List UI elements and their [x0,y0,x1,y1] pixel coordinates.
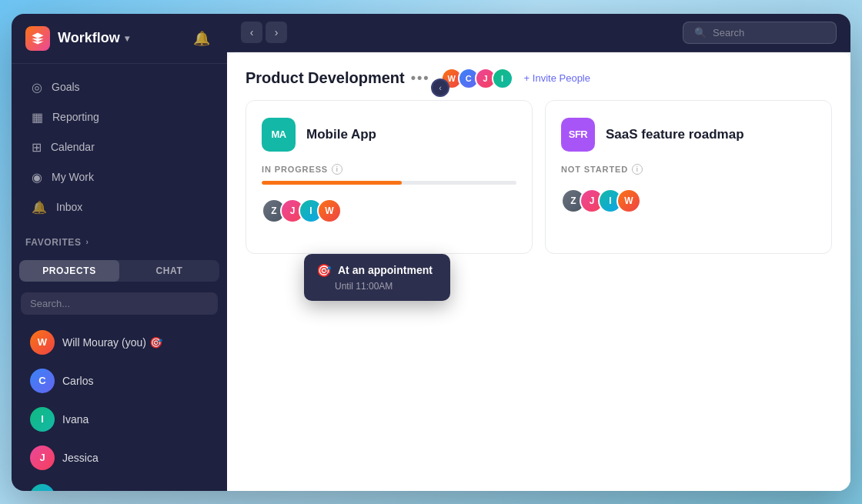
inbox-icon: 🔔 [32,200,47,215]
tooltip-subtitle: Until 11:00AM [316,281,438,292]
progress-bar-bg [262,181,516,185]
project-card-saas[interactable]: SFR SaaS feature roadmap NOT STARTED i Z… [545,100,832,254]
notification-button[interactable]: 🔔 [190,27,213,50]
goals-label: Goals [52,81,80,93]
avatar-jessica: J [30,446,55,470]
people-list: W Will Mouray (you) 🎯 C Carlos I Ivana J… [12,319,227,491]
app-title[interactable]: Workflow ▾ [58,30,129,46]
status-label-saas: NOT STARTED i [561,164,816,175]
card-header-mobile-app: MA Mobile App [262,118,516,152]
status-info-icon: i [332,164,342,175]
header-avatar-4: I [492,68,513,89]
page-header-row: Product Development ••• W C J I + Invite… [246,68,832,89]
app-title-text: Workflow [58,30,120,46]
sidebar-item-mywork[interactable]: ◉ My Work [18,163,221,192]
reporting-label: Reporting [52,111,99,123]
avatar-will: W [30,330,55,355]
card-title-mobile-app: Mobile App [306,127,376,142]
sidebar-item-goals[interactable]: ◎ Goals [18,73,221,102]
sidebar-search-input[interactable] [21,292,218,315]
favorites-chevron-icon: › [86,238,89,246]
status-label-mobile-app: IN PROGRESS i [262,164,516,175]
forward-button[interactable]: › [266,22,287,43]
card-title-saas: SaaS feature roadmap [606,127,744,142]
tooltip: 🎯 At an appointment Until 11:00AM [304,254,450,301]
card-status-saas: NOT STARTED i [561,164,816,175]
card-avatar-saas-4: W [616,189,641,213]
calendar-label: Calendar [51,141,95,153]
sidebar-nav: ◎ Goals ▦ Reporting ⊞ Calendar ◉ My Work… [12,64,227,231]
card-status-mobile-app: IN PROGRESS i [262,164,516,185]
card-avatar-4: W [317,199,342,223]
avatar-carlos: C [30,369,55,393]
project-card-mobile-app[interactable]: MA Mobile App IN PROGRESS i Z [246,100,533,254]
tooltip-title: 🎯 At an appointment [316,263,438,278]
title-chevron-icon: ▾ [125,33,129,44]
mywork-icon: ◉ [32,170,42,185]
reporting-icon: ▦ [32,110,43,125]
person-name-carlos: Carlos [62,375,93,387]
card-icon-mobile-app: MA [262,118,296,152]
person-name-ivana: Ivana [62,413,89,426]
progress-bar-fill [262,181,402,185]
sidebar-collapse-button[interactable]: ‹ [431,78,449,97]
tooltip-container: 🎯 At an appointment Until 11:00AM [304,254,450,301]
inbox-label: Inbox [56,201,82,213]
tab-chat[interactable]: CHAT [119,260,219,282]
avatar-ivana: I [30,407,55,432]
tabs-row: PROJECTS CHAT [19,260,219,282]
page-header: Product Development ••• W C J I + Invite… [246,68,832,89]
person-item-carlos[interactable]: C Carlos [18,362,221,399]
card-icon-saas: SFR [561,118,595,152]
page-title: Product Development ••• [246,69,430,87]
calendar-icon: ⊞ [32,140,42,155]
sidebar-item-inbox[interactable]: 🔔 Inbox [18,193,221,222]
card-avatars-mobile-app: Z J I W [262,199,516,223]
search-icon: 🔍 [694,27,707,38]
person-name-maria: Maria [62,490,89,491]
page-title-text: Product Development [246,69,405,87]
sidebar-item-calendar[interactable]: ⊞ Calendar [18,133,221,162]
status-text-mobile-app: IN PROGRESS [262,165,328,174]
person-item-jessica[interactable]: J Jessica [18,439,221,476]
header-avatars: W C J I [441,68,513,89]
cards-grid: MA Mobile App IN PROGRESS i Z [246,100,832,254]
sidebar: Workflow ▾ 🔔 ◎ Goals ▦ Reporting ⊞ Calen… [12,14,227,491]
search-row [12,288,227,319]
card-header-saas: SFR SaaS feature roadmap [561,118,816,152]
tooltip-title-text: At an appointment [338,264,433,276]
status-info-icon-saas: i [632,164,643,175]
favorites-label: FAVORITES [25,237,82,248]
person-item-will[interactable]: W Will Mouray (you) 🎯 [18,324,221,361]
avatar-maria: M [30,484,55,491]
app-logo [25,26,50,51]
mywork-label: My Work [52,171,94,183]
tab-projects[interactable]: PROJECTS [19,260,119,282]
person-name-will: Will Mouray (you) 🎯 [62,336,162,349]
person-item-ivana[interactable]: I Ivana [18,401,221,438]
tooltip-emoji: 🎯 [316,263,332,278]
topbar: ‹ › 🔍 Search [227,14,850,52]
status-text-saas: NOT STARTED [561,165,628,174]
goals-icon: ◎ [32,80,42,95]
person-item-maria[interactable]: M Maria [18,478,221,491]
sidebar-header: Workflow ▾ 🔔 [12,14,227,64]
header-icons: 🔔 [190,27,213,50]
back-button[interactable]: ‹ [241,22,262,43]
favorites-section[interactable]: FAVORITES › [12,231,227,254]
topbar-search[interactable]: 🔍 Search [683,22,837,44]
sidebar-item-reporting[interactable]: ▦ Reporting [18,103,221,132]
main-content: ‹ › 🔍 Search ‹ Product Development ••• [227,14,850,491]
card-avatars-saas: Z J I W [561,189,816,213]
more-options-button[interactable]: ••• [411,70,430,86]
nav-buttons: ‹ › [241,22,287,43]
invite-people-button[interactable]: + Invite People [524,72,590,84]
search-placeholder-text: Search [713,27,744,38]
person-name-jessica: Jessica [62,452,99,464]
